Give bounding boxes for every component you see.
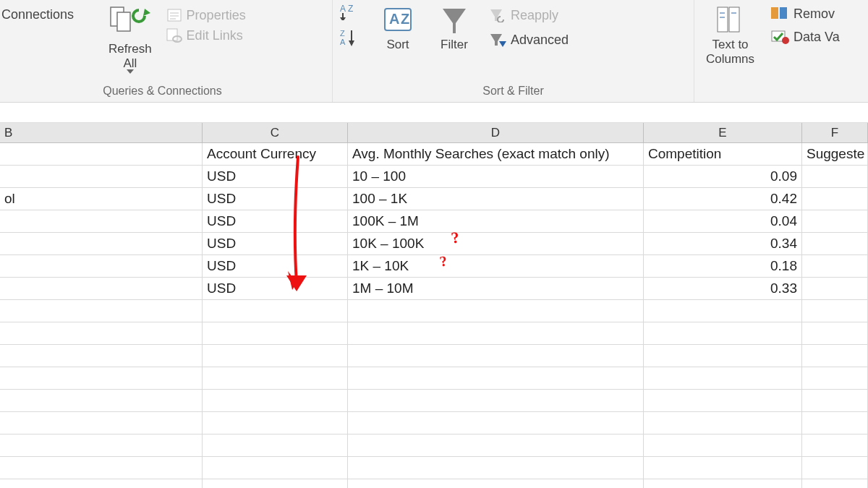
column-headers[interactable]: B C D E F — [0, 123, 868, 143]
col-header-f[interactable]: F — [802, 123, 868, 142]
data-validation-button[interactable]: Data Va — [770, 29, 840, 45]
svg-marker-13 — [340, 17, 346, 20]
properties-icon — [166, 8, 182, 22]
filter-button[interactable]: Filter — [435, 3, 473, 53]
reapply-button[interactable]: Reapply — [489, 7, 569, 23]
svg-marker-17 — [349, 40, 354, 46]
svg-marker-2 — [143, 9, 150, 16]
ribbon-group-sortfilter: Sort & Filter — [340, 82, 686, 100]
sort-large-icon: A Z — [380, 4, 415, 36]
svg-text:Z: Z — [401, 11, 409, 27]
reapply-icon — [489, 8, 506, 22]
table-row[interactable]: USD 10 – 100 0.09 — [0, 166, 868, 188]
sort-asc-icon[interactable]: A Z — [340, 3, 360, 20]
cell-b1[interactable] — [0, 143, 203, 165]
svg-marker-3 — [127, 69, 134, 74]
remove-duplicates-icon — [770, 7, 789, 21]
table-row[interactable]: ol USD 100 – 1K 0.42 — [0, 188, 868, 210]
formula-bar-area[interactable] — [0, 103, 868, 123]
col-header-d[interactable]: D — [348, 123, 644, 142]
connections-button[interactable]: Connections — [1, 7, 74, 22]
svg-point-33 — [782, 37, 789, 44]
svg-text:Z: Z — [340, 29, 345, 38]
sort-desc-icon[interactable]: Z A — [340, 29, 360, 46]
svg-rect-1 — [117, 12, 130, 31]
col-header-e[interactable]: E — [644, 123, 802, 142]
dropdown-caret-icon — [127, 69, 134, 74]
table-row[interactable]: USD 1M – 10M 0.33 — [0, 278, 868, 300]
advanced-icon — [489, 33, 506, 47]
filter-funnel-icon — [440, 4, 469, 36]
text-to-columns-button[interactable]: Text to Columns — [702, 3, 759, 68]
col-header-b[interactable]: B — [0, 123, 203, 142]
edit-links-button[interactable]: Edit Links — [166, 27, 246, 43]
svg-text:A: A — [340, 4, 346, 14]
account-currency-header[interactable]: Account Currency — [203, 143, 348, 165]
spreadsheet-grid[interactable]: Account Currency Avg. Monthly Searches (… — [0, 143, 868, 488]
svg-marker-23 — [490, 34, 502, 46]
table-row[interactable]: USD 10K – 100K 0.34 — [0, 233, 868, 255]
link-icon — [166, 28, 182, 43]
svg-marker-24 — [499, 41, 506, 47]
svg-marker-22 — [490, 9, 502, 21]
refresh-icon — [110, 4, 150, 40]
refresh-all-button[interactable]: Refresh All — [104, 3, 156, 75]
svg-rect-25 — [718, 7, 728, 32]
suggested-header[interactable]: Suggeste — [802, 143, 868, 165]
competition-header[interactable]: Competition — [644, 143, 802, 165]
svg-text:A: A — [389, 11, 399, 27]
advanced-button[interactable]: Advanced — [489, 32, 569, 48]
table-row[interactable]: USD 100K – 1M 0.04 — [0, 210, 868, 233]
table-row[interactable]: USD 1K – 10K 0.18 — [0, 255, 868, 278]
svg-rect-4 — [168, 9, 181, 21]
ribbon-group-queries: Queries & Connections — [0, 82, 325, 100]
svg-rect-8 — [167, 29, 177, 40]
svg-text:A: A — [340, 38, 346, 46]
sort-button[interactable]: A Z Sort — [376, 3, 420, 53]
properties-button[interactable]: Properties — [166, 7, 246, 23]
ribbon: Connections Refresh All — [0, 0, 868, 103]
svg-rect-26 — [729, 7, 739, 32]
svg-rect-31 — [780, 7, 787, 19]
svg-text:Z: Z — [348, 4, 353, 14]
avg-searches-header[interactable]: Avg. Monthly Searches (exact match only) — [348, 143, 644, 165]
text-to-columns-icon — [715, 4, 746, 36]
svg-rect-30 — [771, 7, 778, 19]
data-validation-icon — [770, 30, 789, 44]
remove-duplicates-button[interactable]: Remov — [770, 6, 840, 22]
svg-marker-21 — [443, 9, 466, 33]
col-header-c[interactable]: C — [203, 123, 348, 142]
